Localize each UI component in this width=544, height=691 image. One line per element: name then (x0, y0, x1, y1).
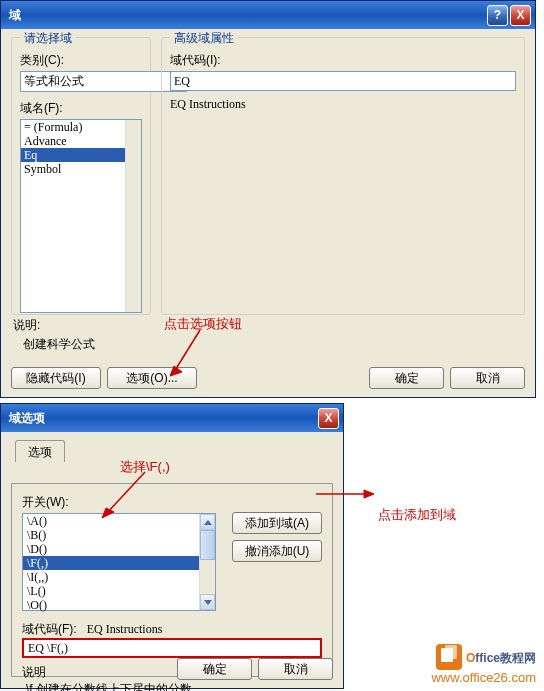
list-item[interactable]: \D() (23, 542, 215, 556)
fieldcodes-label: 域代码(F): (22, 622, 77, 636)
description-value: \f 创建在分数线上下居中的分数 (22, 681, 322, 691)
list-item[interactable]: Advance (21, 134, 141, 148)
chevron-up-icon (204, 520, 212, 525)
brand-logo: Office教程网 (431, 644, 536, 670)
scrollbar[interactable] (199, 514, 215, 610)
fieldname-label: 域名(F): (20, 100, 142, 117)
description-block: 说明: 创建科学公式 (13, 317, 95, 353)
add-to-field-button[interactable]: 添加到域(A) (232, 512, 322, 534)
list-item[interactable]: \I(,,) (23, 570, 215, 584)
switch-listbox[interactable]: \A() \B() \D() \F(,) \I(,,) \L() \O() (22, 513, 216, 611)
fieldcode-result-input[interactable] (22, 638, 322, 658)
cancel-button[interactable]: 取消 (450, 367, 525, 389)
brand-url: www.office26.com (431, 670, 536, 685)
fieldcode-hint: EQ Instructions (170, 97, 516, 112)
scrollbar[interactable] (125, 120, 141, 312)
help-button[interactable]: ? (487, 5, 508, 26)
scroll-thumb[interactable] (200, 530, 215, 560)
scroll-up-button[interactable] (200, 514, 215, 530)
group-legend: 请选择域 (20, 30, 76, 47)
ok-button[interactable]: 确定 (177, 658, 252, 680)
close-button[interactable]: X (318, 408, 339, 429)
list-item[interactable]: Symbol (21, 162, 141, 176)
description-value: 创建科学公式 (13, 336, 95, 353)
list-item[interactable]: \B() (23, 528, 215, 542)
fieldname-listbox[interactable]: = (Formula) Advance Eq Symbol (20, 119, 142, 313)
group-legend: 高级域属性 (170, 30, 238, 47)
svg-marker-5 (364, 490, 374, 498)
dialog-title: 域 (9, 7, 487, 24)
fieldcode-label: 域代码(I): (170, 52, 516, 69)
select-field-group: 请选择域 类别(C): 域名(F): = (Formula) Advance E… (11, 37, 151, 315)
titlebar[interactable]: 域选项 X (1, 404, 343, 432)
tab-panel: 开关(W): \A() \B() \D() \F(,) \I(,,) \L() … (11, 483, 333, 677)
fieldcode-input[interactable] (170, 71, 516, 91)
field-dialog: 域 ? X 请选择域 类别(C): 域名(F): = (Formula) Adv… (0, 0, 536, 398)
advanced-properties-group: 高级域属性 域代码(I): EQ Instructions (161, 37, 525, 315)
switch-label: 开关(W): (22, 494, 322, 511)
list-item[interactable]: \L() (23, 584, 215, 598)
titlebar[interactable]: 域 ? X (1, 1, 535, 29)
chevron-down-icon (204, 600, 212, 605)
logo-icon (436, 644, 462, 670)
list-item[interactable]: Eq (21, 148, 141, 162)
annotation-click-add: 点击添加到域 (378, 506, 456, 524)
hide-codes-button[interactable]: 隐藏代码(I) (11, 367, 101, 389)
cancel-button[interactable]: 取消 (258, 658, 333, 680)
fieldcodes-hint: EQ Instructions (87, 622, 163, 636)
description-label: 说明: (13, 317, 95, 334)
watermark: Office教程网 www.office26.com (431, 644, 536, 685)
ok-button[interactable]: 确定 (369, 367, 444, 389)
list-item[interactable]: \O() (23, 598, 215, 612)
list-item[interactable]: \A() (23, 514, 215, 528)
list-item[interactable]: = (Formula) (21, 120, 141, 134)
tab-options[interactable]: 选项 (15, 440, 65, 462)
field-options-dialog: 域选项 X 选项 开关(W): \A() \B() \D() \F(,) \I(… (0, 403, 344, 689)
options-button[interactable]: 选项(O)... (107, 367, 197, 389)
category-combo[interactable] (20, 71, 142, 92)
category-label: 类别(C): (20, 52, 142, 69)
close-button[interactable]: X (510, 5, 531, 26)
dialog-title: 域选项 (9, 410, 318, 427)
scroll-down-button[interactable] (200, 594, 215, 610)
undo-add-button[interactable]: 撤消添加(U) (232, 540, 322, 562)
category-input[interactable] (20, 71, 178, 92)
list-item[interactable]: \F(,) (23, 556, 215, 570)
